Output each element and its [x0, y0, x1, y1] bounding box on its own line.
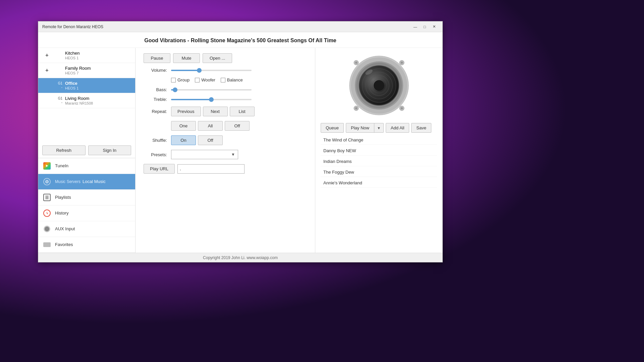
bass-row: Bass:: [144, 87, 307, 92]
close-button[interactable]: ✕: [430, 23, 438, 30]
device-sub: HEOS 7: [65, 71, 131, 75]
presets-dropdown[interactable]: ▼: [171, 150, 238, 159]
repeat-row2: One All Off: [144, 121, 307, 131]
play-now-dropdown[interactable]: Play Now ▼: [346, 123, 384, 133]
device-item-living-room[interactable]: G1- Living Room Marantz NR1508: [38, 93, 135, 108]
device-sub: HEOS 1: [65, 86, 131, 90]
nav-label-tunein: TuneIn: [55, 163, 68, 168]
group-checkbox-box: [171, 78, 176, 82]
repeat-buttons2: One All Off: [171, 121, 250, 131]
device-info: Kitchen HEOS 1: [65, 51, 131, 60]
device-name: Office: [65, 81, 131, 86]
repeat-row: Repeat: Previous Next List: [144, 107, 307, 116]
url-input[interactable]: [177, 164, 245, 174]
volume-row: Volume:: [144, 68, 307, 73]
presets-label: Presets:: [144, 152, 167, 157]
sidebar-nav: ▶ TuneIn: [38, 158, 135, 253]
device-info: Office HEOS 1: [65, 81, 131, 90]
nav-label-playlists: Playlists: [55, 195, 71, 200]
group-checkbox[interactable]: Group: [171, 77, 190, 82]
sidebar-item-tunein[interactable]: ▶ TuneIn: [38, 158, 135, 174]
song-item-2[interactable]: Danny Boy NEW: [321, 146, 437, 156]
title-bar: Remote for Denon Marantz HEOS — □ ✕: [38, 21, 442, 32]
balance-checkbox[interactable]: Balance: [221, 77, 243, 82]
device-item-office[interactable]: G1- Office HEOS 1: [38, 78, 135, 93]
device-sub: Marantz NR1508: [65, 101, 131, 105]
volume-slider[interactable]: [171, 70, 252, 71]
device-info: Family Room HEOS 7: [65, 66, 131, 75]
treble-slider[interactable]: [171, 99, 252, 100]
signin-button[interactable]: Sign In: [88, 145, 131, 155]
right-panel: Queue Play Now ▼ Add All Save The Wind o…: [315, 48, 442, 253]
treble-label: Treble:: [144, 97, 167, 102]
nav-label-history: History: [55, 210, 68, 216]
speaker-image: [349, 55, 409, 116]
favorites-icon: [42, 240, 52, 249]
shuffle-on-button[interactable]: On: [171, 135, 196, 145]
save-button[interactable]: Save: [411, 123, 431, 133]
queue-controls: Queue Play Now ▼ Add All Save: [321, 123, 437, 133]
volume-label: Volume:: [144, 68, 167, 73]
group-label: Group: [177, 77, 190, 82]
playlists-icon: [42, 193, 52, 202]
device-badge: G1-: [52, 97, 62, 105]
sidebar-item-aux[interactable]: AUX Input: [38, 221, 135, 237]
bass-label: Bass:: [144, 87, 167, 92]
pause-button[interactable]: Pause: [144, 53, 170, 63]
list-button[interactable]: List: [230, 107, 255, 116]
device-name: Kitchen: [65, 51, 131, 56]
sidebar-item-local-music[interactable]: Music Servers Local Music: [38, 174, 135, 190]
nav-label-local-music: Local Music: [83, 179, 106, 184]
shuffle-off-button[interactable]: Off: [198, 135, 223, 145]
sidebar-item-favorites[interactable]: Favorites: [38, 237, 135, 253]
song-item-5[interactable]: Annie's Wonderland: [321, 178, 437, 188]
all-button[interactable]: All: [198, 121, 223, 131]
song-title-bar: Good Vibrations - Rolling Stone Magazine…: [38, 32, 442, 48]
sidebar-actions: Refresh Sign In: [38, 143, 135, 158]
sidebar-item-playlists[interactable]: Playlists: [38, 190, 135, 205]
queue-button[interactable]: Queue: [321, 123, 344, 133]
url-row: Play URL: [144, 164, 307, 174]
device-sub: HEOS 1: [65, 56, 131, 60]
song-item-1[interactable]: The Wind of Change: [321, 135, 437, 145]
minimize-button[interactable]: —: [411, 23, 420, 30]
maximize-button[interactable]: □: [420, 23, 429, 30]
shuffle-buttons: On Off: [171, 135, 223, 145]
device-name: Family Room: [65, 66, 131, 71]
aux-icon: [42, 224, 52, 234]
woofer-label: Woofer: [201, 77, 215, 82]
play-now-label: Play Now: [346, 123, 374, 132]
device-item-kitchen[interactable]: + Kitchen HEOS 1: [38, 48, 135, 63]
device-item-family-room[interactable]: + Family Room HEOS 7: [38, 63, 135, 78]
song-item-3[interactable]: Indian Dreams: [321, 157, 437, 166]
copyright-text: Copyright 2019 John Li. www.woiapp.com: [203, 255, 278, 260]
sidebar-item-history[interactable]: History: [38, 205, 135, 221]
device-list: + Kitchen HEOS 1 + Family Room HEO: [38, 48, 135, 143]
center-panel: Pause Mute Open ... Volume: Gr: [136, 48, 315, 253]
add-all-button[interactable]: Add All: [386, 123, 409, 133]
expand-icon: +: [42, 52, 52, 58]
play-url-button[interactable]: Play URL: [144, 164, 175, 174]
song-item-4[interactable]: The Foggy Dew: [321, 168, 437, 177]
bass-slider[interactable]: [171, 89, 252, 90]
balance-label: Balance: [227, 77, 243, 82]
svg-point-12: [374, 80, 384, 91]
off-button[interactable]: Off: [225, 121, 250, 131]
checkbox-row: Group Woofer Balance: [171, 77, 307, 82]
balance-checkbox-box: [221, 78, 225, 82]
sidebar: + Kitchen HEOS 1 + Family Room HEO: [38, 48, 136, 253]
treble-row: Treble:: [144, 97, 307, 102]
mute-button[interactable]: Mute: [173, 53, 200, 63]
device-name: Living Room: [65, 96, 131, 101]
history-icon: [42, 208, 52, 218]
play-now-arrow-icon: ▼: [374, 124, 383, 132]
svg-point-1: [47, 181, 48, 182]
open-button[interactable]: Open ...: [203, 53, 232, 63]
refresh-button[interactable]: Refresh: [42, 145, 86, 155]
next-button[interactable]: Next: [203, 107, 228, 116]
one-button[interactable]: One: [171, 121, 196, 131]
woofer-checkbox[interactable]: Woofer: [195, 77, 215, 82]
shuffle-label: Shuffle:: [144, 138, 167, 143]
window-controls: — □ ✕: [411, 23, 438, 30]
previous-button[interactable]: Previous: [171, 107, 201, 116]
